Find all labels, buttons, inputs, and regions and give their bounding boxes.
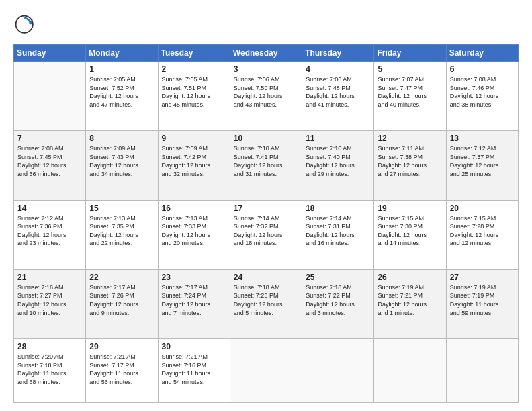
day-number: 7 xyxy=(17,134,82,143)
day-info: Sunrise: 7:21 AM Sunset: 7:16 PM Dayligh… xyxy=(162,353,226,386)
calendar-cell: 23Sunrise: 7:17 AM Sunset: 7:24 PM Dayli… xyxy=(158,269,230,338)
day-info: Sunrise: 7:10 AM Sunset: 7:41 PM Dayligh… xyxy=(234,144,298,178)
day-info: Sunrise: 7:15 AM Sunset: 7:28 PM Dayligh… xyxy=(450,214,515,248)
calendar-week-row: 7Sunrise: 7:08 AM Sunset: 7:45 PM Daylig… xyxy=(14,131,519,200)
calendar-cell: 21Sunrise: 7:16 AM Sunset: 7:27 PM Dayli… xyxy=(14,269,86,338)
calendar-week-row: 21Sunrise: 7:16 AM Sunset: 7:27 PM Dayli… xyxy=(14,269,519,338)
day-info: Sunrise: 7:11 AM Sunset: 7:38 PM Dayligh… xyxy=(378,144,442,178)
day-info: Sunrise: 7:14 AM Sunset: 7:32 PM Dayligh… xyxy=(234,214,298,248)
calendar-cell: 20Sunrise: 7:15 AM Sunset: 7:28 PM Dayli… xyxy=(446,200,518,269)
calendar-cell: 12Sunrise: 7:11 AM Sunset: 7:38 PM Dayli… xyxy=(374,131,446,200)
calendar-day-header: Wednesday xyxy=(230,45,302,62)
day-info: Sunrise: 7:08 AM Sunset: 7:46 PM Dayligh… xyxy=(450,75,515,109)
day-info: Sunrise: 7:18 AM Sunset: 7:22 PM Dayligh… xyxy=(306,283,370,317)
calendar-cell: 9Sunrise: 7:09 AM Sunset: 7:42 PM Daylig… xyxy=(158,131,230,200)
calendar-cell: 16Sunrise: 7:13 AM Sunset: 7:33 PM Dayli… xyxy=(158,200,230,269)
day-number: 26 xyxy=(378,273,442,282)
day-number: 14 xyxy=(17,203,82,213)
header xyxy=(13,11,519,38)
day-info: Sunrise: 7:12 AM Sunset: 7:37 PM Dayligh… xyxy=(450,144,515,178)
day-info: Sunrise: 7:18 AM Sunset: 7:23 PM Dayligh… xyxy=(234,283,298,317)
day-number: 20 xyxy=(450,203,515,213)
calendar-cell: 25Sunrise: 7:18 AM Sunset: 7:22 PM Dayli… xyxy=(302,269,374,338)
day-info: Sunrise: 7:19 AM Sunset: 7:21 PM Dayligh… xyxy=(378,283,442,317)
calendar-cell: 27Sunrise: 7:19 AM Sunset: 7:19 PM Dayli… xyxy=(446,269,518,338)
calendar-day-header: Saturday xyxy=(446,45,518,62)
day-info: Sunrise: 7:05 AM Sunset: 7:51 PM Dayligh… xyxy=(162,75,226,109)
day-number: 28 xyxy=(17,342,82,351)
calendar-cell: 10Sunrise: 7:10 AM Sunset: 7:41 PM Dayli… xyxy=(230,131,302,200)
day-info: Sunrise: 7:09 AM Sunset: 7:42 PM Dayligh… xyxy=(162,144,226,178)
calendar-cell: 22Sunrise: 7:17 AM Sunset: 7:26 PM Dayli… xyxy=(86,269,158,338)
day-info: Sunrise: 7:16 AM Sunset: 7:27 PM Dayligh… xyxy=(17,283,82,317)
day-number: 30 xyxy=(162,342,226,351)
day-number: 4 xyxy=(306,64,370,74)
day-info: Sunrise: 7:17 AM Sunset: 7:26 PM Dayligh… xyxy=(89,283,154,317)
day-info: Sunrise: 7:21 AM Sunset: 7:17 PM Dayligh… xyxy=(89,353,154,386)
day-number: 11 xyxy=(306,134,370,143)
day-number: 13 xyxy=(450,134,515,143)
day-number: 27 xyxy=(450,273,515,282)
day-number: 23 xyxy=(162,273,226,282)
calendar-cell: 15Sunrise: 7:13 AM Sunset: 7:35 PM Dayli… xyxy=(86,200,158,269)
calendar-cell xyxy=(14,62,86,131)
page: SundayMondayTuesdayWednesdayThursdayFrid… xyxy=(0,0,532,411)
day-number: 25 xyxy=(306,273,370,282)
calendar-cell: 2Sunrise: 7:05 AM Sunset: 7:51 PM Daylig… xyxy=(158,62,230,131)
day-info: Sunrise: 7:20 AM Sunset: 7:18 PM Dayligh… xyxy=(17,353,82,386)
calendar-cell: 5Sunrise: 7:07 AM Sunset: 7:47 PM Daylig… xyxy=(374,62,446,131)
day-info: Sunrise: 7:13 AM Sunset: 7:35 PM Dayligh… xyxy=(89,214,154,248)
calendar-cell: 8Sunrise: 7:09 AM Sunset: 7:43 PM Daylig… xyxy=(86,131,158,200)
calendar-cell: 7Sunrise: 7:08 AM Sunset: 7:45 PM Daylig… xyxy=(14,131,86,200)
calendar-cell xyxy=(230,339,302,403)
day-info: Sunrise: 7:07 AM Sunset: 7:47 PM Dayligh… xyxy=(378,75,442,109)
calendar-cell: 1Sunrise: 7:05 AM Sunset: 7:52 PM Daylig… xyxy=(86,62,158,131)
calendar-header-row: SundayMondayTuesdayWednesdayThursdayFrid… xyxy=(14,45,519,62)
day-number: 15 xyxy=(89,203,154,213)
calendar-cell xyxy=(302,339,374,403)
day-number: 12 xyxy=(378,134,442,143)
calendar-week-row: 14Sunrise: 7:12 AM Sunset: 7:36 PM Dayli… xyxy=(14,200,519,269)
calendar-cell: 30Sunrise: 7:21 AM Sunset: 7:16 PM Dayli… xyxy=(158,339,230,403)
logo xyxy=(13,13,40,38)
calendar-day-header: Sunday xyxy=(14,45,86,62)
day-number: 29 xyxy=(89,342,154,351)
day-number: 16 xyxy=(162,203,226,213)
calendar-cell: 14Sunrise: 7:12 AM Sunset: 7:36 PM Dayli… xyxy=(14,200,86,269)
day-info: Sunrise: 7:09 AM Sunset: 7:43 PM Dayligh… xyxy=(89,144,154,178)
calendar-cell: 18Sunrise: 7:14 AM Sunset: 7:31 PM Dayli… xyxy=(302,200,374,269)
day-info: Sunrise: 7:08 AM Sunset: 7:45 PM Dayligh… xyxy=(17,144,82,178)
logo-icon xyxy=(13,13,38,38)
calendar-day-header: Monday xyxy=(86,45,158,62)
calendar-day-header: Thursday xyxy=(302,45,374,62)
calendar-cell: 11Sunrise: 7:10 AM Sunset: 7:40 PM Dayli… xyxy=(302,131,374,200)
calendar-cell xyxy=(446,339,518,403)
calendar-cell: 28Sunrise: 7:20 AM Sunset: 7:18 PM Dayli… xyxy=(14,339,86,403)
calendar-day-header: Friday xyxy=(374,45,446,62)
calendar-cell xyxy=(374,339,446,403)
day-number: 17 xyxy=(234,203,298,213)
calendar-cell: 24Sunrise: 7:18 AM Sunset: 7:23 PM Dayli… xyxy=(230,269,302,338)
day-number: 22 xyxy=(89,273,154,282)
calendar-cell: 26Sunrise: 7:19 AM Sunset: 7:21 PM Dayli… xyxy=(374,269,446,338)
day-number: 19 xyxy=(378,203,442,213)
day-number: 9 xyxy=(162,134,226,143)
calendar-day-header: Tuesday xyxy=(158,45,230,62)
calendar-week-row: 28Sunrise: 7:20 AM Sunset: 7:18 PM Dayli… xyxy=(14,339,519,403)
calendar-cell: 3Sunrise: 7:06 AM Sunset: 7:50 PM Daylig… xyxy=(230,62,302,131)
day-info: Sunrise: 7:14 AM Sunset: 7:31 PM Dayligh… xyxy=(306,214,370,248)
day-info: Sunrise: 7:17 AM Sunset: 7:24 PM Dayligh… xyxy=(162,283,226,317)
day-number: 18 xyxy=(306,203,370,213)
day-number: 1 xyxy=(89,64,154,74)
day-info: Sunrise: 7:13 AM Sunset: 7:33 PM Dayligh… xyxy=(162,214,226,248)
calendar-table: SundayMondayTuesdayWednesdayThursdayFrid… xyxy=(13,44,519,403)
calendar-cell: 6Sunrise: 7:08 AM Sunset: 7:46 PM Daylig… xyxy=(446,62,518,131)
day-info: Sunrise: 7:06 AM Sunset: 7:50 PM Dayligh… xyxy=(234,75,298,109)
day-info: Sunrise: 7:05 AM Sunset: 7:52 PM Dayligh… xyxy=(89,75,154,109)
day-info: Sunrise: 7:10 AM Sunset: 7:40 PM Dayligh… xyxy=(306,144,370,178)
day-info: Sunrise: 7:15 AM Sunset: 7:30 PM Dayligh… xyxy=(378,214,442,248)
calendar-cell: 4Sunrise: 7:06 AM Sunset: 7:48 PM Daylig… xyxy=(302,62,374,131)
day-number: 24 xyxy=(234,273,298,282)
day-number: 21 xyxy=(17,273,82,282)
day-number: 5 xyxy=(378,64,442,74)
